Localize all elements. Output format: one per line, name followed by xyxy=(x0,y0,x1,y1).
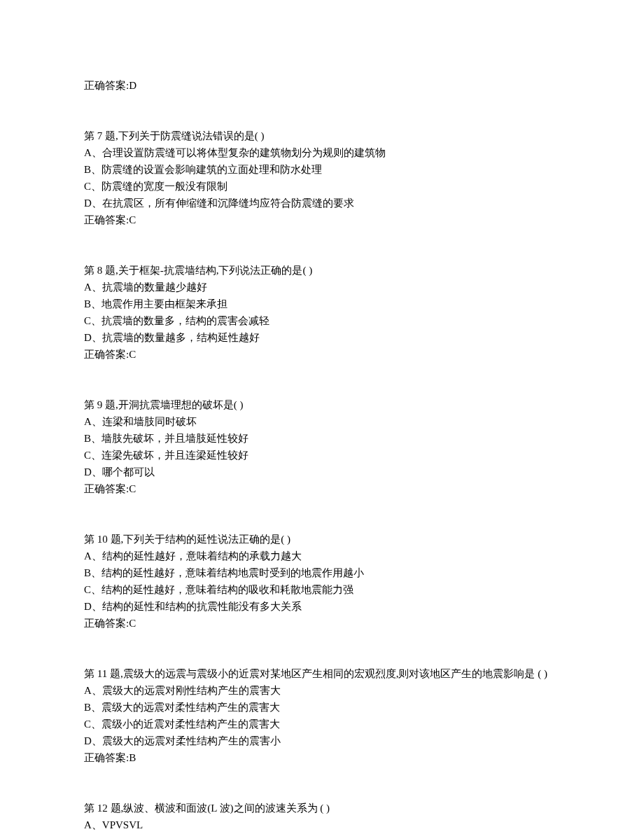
question-title: 第 12 题,纵波、横波和面波(L 波)之间的波速关系为 ( ) xyxy=(84,800,560,816)
option-d: D、抗震墙的数量越多，结构延性越好 xyxy=(84,329,560,346)
answer-text: 正确答案:D xyxy=(84,77,560,94)
question-8: 第 8 题,关于框架-抗震墙结构,下列说法正确的是( ) A、抗震墙的数量越少越… xyxy=(84,262,560,363)
option-a: A、VPVSVL xyxy=(84,816,560,833)
option-c: C、抗震墙的数量多，结构的震害会减轻 xyxy=(84,312,560,329)
question-9: 第 9 题,开洞抗震墙理想的破坏是( ) A、连梁和墙肢同时破坏 B、墙肢先破坏… xyxy=(84,396,560,497)
option-a: A、合理设置防震缝可以将体型复杂的建筑物划分为规则的建筑物 xyxy=(84,144,560,161)
option-d: D、在抗震区，所有伸缩缝和沉降缝均应符合防震缝的要求 xyxy=(84,195,560,211)
option-c: C、结构的延性越好，意味着结构的吸收和耗散地震能力强 xyxy=(84,581,560,598)
option-b: B、震级大的远震对柔性结构产生的震害大 xyxy=(84,699,560,716)
question-title: 第 10 题,下列关于结构的延性说法正确的是( ) xyxy=(84,531,560,548)
option-b: B、防震缝的设置会影响建筑的立面处理和防水处理 xyxy=(84,161,560,178)
question-12: 第 12 题,纵波、横波和面波(L 波)之间的波速关系为 ( ) A、VPVSV… xyxy=(84,800,560,834)
previous-answer-block: 正确答案:D xyxy=(84,77,560,94)
option-b: B、墙肢先破坏，并且墙肢延性较好 xyxy=(84,430,560,447)
question-title: 第 8 题,关于框架-抗震墙结构,下列说法正确的是( ) xyxy=(84,262,560,279)
option-d: D、震级大的远震对柔性结构产生的震害小 xyxy=(84,732,560,749)
option-c: C、震级小的近震对柔性结构产生的震害大 xyxy=(84,716,560,732)
option-a: A、震级大的远震对刚性结构产生的震害大 xyxy=(84,682,560,699)
option-c: C、防震缝的宽度一般没有限制 xyxy=(84,178,560,195)
option-b: B、地震作用主要由框架来承担 xyxy=(84,296,560,312)
answer-text: 正确答案:C xyxy=(84,346,560,363)
answer-text: 正确答案:C xyxy=(84,615,560,632)
answer-text: 正确答案:B xyxy=(84,749,560,766)
option-a: A、抗震墙的数量越少越好 xyxy=(84,279,560,296)
question-title: 第 7 题,下列关于防震缝说法错误的是( ) xyxy=(84,127,560,144)
question-title: 第 9 题,开洞抗震墙理想的破坏是( ) xyxy=(84,396,560,413)
option-a: A、结构的延性越好，意味着结构的承载力越大 xyxy=(84,548,560,564)
question-10: 第 10 题,下列关于结构的延性说法正确的是( ) A、结构的延性越好，意味着结… xyxy=(84,531,560,632)
answer-text: 正确答案:C xyxy=(84,211,560,228)
answer-text: 正确答案:C xyxy=(84,480,560,497)
question-7: 第 7 题,下列关于防震缝说法错误的是( ) A、合理设置防震缝可以将体型复杂的… xyxy=(84,127,560,228)
question-title: 第 11 题,震级大的远震与震级小的近震对某地区产生相同的宏观烈度,则对该地区产… xyxy=(84,665,560,682)
option-d: D、哪个都可以 xyxy=(84,464,560,480)
option-a: A、连梁和墙肢同时破坏 xyxy=(84,413,560,430)
option-d: D、结构的延性和结构的抗震性能没有多大关系 xyxy=(84,598,560,615)
question-11: 第 11 题,震级大的远震与震级小的近震对某地区产生相同的宏观烈度,则对该地区产… xyxy=(84,665,560,766)
option-b: B、结构的延性越好，意味着结构地震时受到的地震作用越小 xyxy=(84,564,560,581)
option-c: C、连梁先破坏，并且连梁延性较好 xyxy=(84,447,560,464)
